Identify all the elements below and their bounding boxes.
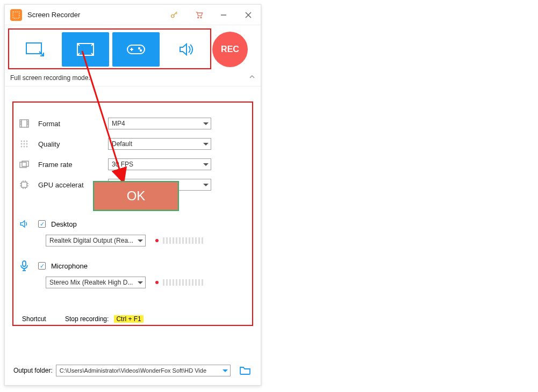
svg-point-11 [139,48,140,49]
speaker-icon [19,219,30,229]
svg-point-23 [21,143,23,145]
audio-mic-block: ✓ Microphone Stereo Mix (Realtek High D.… [12,258,253,288]
output-folder-path: C:\Users\Administrator\Videos\WonderFox … [60,367,219,374]
shortcut-group-label: Shortcut [22,315,65,323]
caret-down-icon [223,369,228,372]
mic-label: Microphone [51,262,88,270]
svg-point-21 [24,141,25,142]
format-dropdown[interactable]: MP4 [108,118,211,129]
mic-checkbox[interactable]: ✓ [38,262,46,270]
quality-dropdown[interactable]: Default [108,138,211,150]
setting-row-framerate: Frame rate 30 FPS [12,154,253,175]
svg-rect-40 [23,261,26,266]
titlebar: Screen Recorder [5,5,261,25]
svg-point-3 [200,17,202,18]
format-value: MP4 [112,120,200,127]
desktop-device-value: Realtek Digital Output (Rea... [49,237,134,244]
shortcut-action-label: Stop recording: [65,315,109,323]
svg-point-27 [24,146,25,148]
browse-folder-button[interactable] [238,365,252,376]
svg-point-22 [26,141,28,142]
chevron-up-icon[interactable] [249,74,255,82]
svg-point-28 [26,146,28,148]
desktop-device-dropdown[interactable]: Realtek Digital Output (Rea... [46,235,146,246]
quality-value: Default [112,140,200,148]
svg-rect-0 [13,12,19,18]
desktop-level-meter [155,237,205,244]
app-window: Screen Recorder REC [4,4,261,386]
framerate-dropdown[interactable]: 30 FPS [108,158,211,170]
audio-desktop-block: ✓ Desktop Realtek Digital Output (Rea... [12,216,253,246]
setting-row-format: Format MP4 [12,113,253,134]
cart-icon[interactable] [186,5,211,25]
chip-icon [19,179,30,190]
mode-hint-text: Full screen recording mode. [10,74,90,82]
key-icon[interactable] [162,5,186,25]
svg-point-24 [24,143,25,145]
svg-rect-31 [21,182,27,187]
desktop-checkbox[interactable]: ✓ [38,220,46,228]
svg-point-2 [198,17,199,18]
frames-icon [19,159,30,170]
app-logo-icon [10,9,22,21]
mode-fullscreen-button[interactable] [62,32,109,67]
output-folder-label: Output folder: [13,367,53,374]
setting-row-quality: Quality Default [12,134,253,154]
caret-down-icon [138,239,143,242]
caret-down-icon [203,143,209,146]
output-folder-row: Output folder: C:\Users\Administrator\Vi… [13,365,252,376]
microphone-icon [19,260,30,271]
format-label: Format [38,120,108,128]
shortcut-row: Shortcut Stop recording: Ctrl + F1 [22,315,144,323]
mode-row: REC [5,25,261,72]
caret-down-icon [203,163,209,166]
record-label: REC [221,45,239,54]
mic-device-dropdown[interactable]: Stereo Mix (Realtek High D... [46,277,146,288]
caret-down-icon [203,122,209,125]
svg-point-26 [21,146,23,148]
ok-label: OK [127,188,146,204]
caret-down-icon [138,281,143,284]
framerate-value: 30 FPS [112,161,200,168]
desktop-label: Desktop [51,220,77,228]
dots-icon [19,139,30,149]
app-title: Screen Recorder [27,11,80,19]
record-button[interactable]: REC [212,32,248,67]
svg-point-12 [140,50,141,51]
settings-panel: Format MP4 Quality Default Frame rate 30… [12,101,253,326]
mode-region-button[interactable] [11,32,59,67]
close-button[interactable] [236,5,261,25]
mode-hint-row: Full screen recording mode. [5,72,261,86]
mic-level-meter [155,279,205,286]
svg-point-25 [26,143,28,145]
framerate-label: Frame rate [38,161,108,169]
minimize-button[interactable] [211,5,236,25]
shortcut-hotkey: Ctrl + F1 [114,315,143,323]
annotation-ok-callout: OK [93,181,179,211]
mode-audio-button[interactable] [163,32,210,67]
mic-device-value: Stereo Mix (Realtek High D... [49,279,134,286]
caret-down-icon [203,184,209,186]
output-folder-input[interactable]: C:\Users\Administrator\Videos\WonderFox … [56,365,231,376]
film-icon [19,118,30,129]
mode-game-button[interactable] [112,32,160,67]
quality-label: Quality [38,140,108,148]
svg-point-20 [21,141,23,142]
svg-point-1 [171,14,174,17]
